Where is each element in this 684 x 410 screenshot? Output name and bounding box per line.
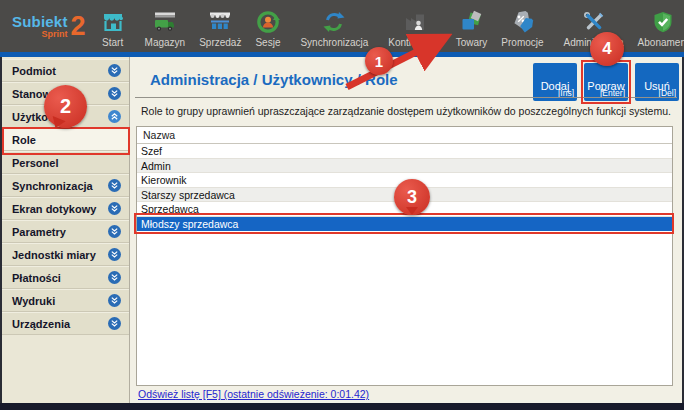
header-divider — [135, 97, 677, 98]
chevron-down-icon[interactable] — [108, 248, 121, 261]
toolbar-item-label: Magazyn — [145, 37, 186, 48]
sidebar-item-podmiot[interactable]: Podmiot — [2, 59, 129, 82]
sidebar-item-urzadzenia[interactable]: Urządzenia — [2, 312, 129, 335]
sidebar-item-parametry[interactable]: Parametry — [2, 220, 129, 243]
roles-table: Nazwa Szef Admin Kierownik Starszy sprze… — [136, 126, 673, 386]
annotation-number: 1 — [375, 53, 383, 70]
logo-sprint: Sprint — [42, 30, 68, 39]
add-button[interactable]: Dodaj [Ins] — [533, 63, 577, 101]
toolbar-item-label: Start — [102, 37, 123, 48]
chevron-down-icon[interactable] — [108, 179, 121, 192]
chevron-down-icon[interactable] — [108, 271, 121, 284]
market-stall-icon — [207, 8, 233, 35]
sidebar-item-label: Synchronizacja — [12, 180, 93, 192]
sidebar-item-personel[interactable]: Personel — [2, 151, 129, 174]
toolbar-item-label: Towary — [456, 37, 488, 48]
chevron-down-icon[interactable] — [108, 202, 121, 215]
sidebar-item-label: Urządzenia — [12, 318, 70, 330]
table-row[interactable]: Szef — [137, 144, 672, 159]
edit-button[interactable]: Popraw [Enter] — [584, 63, 628, 101]
chevron-down-icon[interactable] — [108, 64, 121, 77]
price-tags-icon — [510, 8, 534, 35]
table-row[interactable]: Admin — [137, 159, 672, 174]
sidebar-item-jednostki-miary[interactable]: Jednostki miary — [2, 243, 129, 266]
chevron-down-icon[interactable] — [108, 294, 121, 307]
sidebar-item-platnosci[interactable]: Płatności — [2, 266, 129, 289]
annotation-number: 2 — [60, 95, 71, 118]
main-content: Administracja / Użytkownicy / Role Dodaj… — [130, 57, 682, 403]
page-description: Role to grupy uprawnień upraszczające za… — [141, 105, 671, 117]
toolbar-item-label: Abonament — [638, 37, 684, 48]
annotation-number: 3 — [407, 187, 417, 208]
toolbar-item-magazyn[interactable]: Magazyn — [138, 0, 193, 52]
table-row-selected[interactable]: Młodszy sprzedawca — [137, 217, 672, 232]
sidebar-item-label: Role — [12, 134, 36, 146]
user-session-icon — [256, 8, 280, 35]
goods-boxes-icon — [459, 8, 483, 35]
app-logo: Subiekt Sprint 2 — [0, 0, 94, 52]
toolbar-item-label: Promocje — [501, 37, 543, 48]
sidebar-item-label: Personel — [12, 157, 58, 169]
chevron-down-icon[interactable] — [108, 225, 121, 238]
toolbar-item-sesje[interactable]: Sesje — [248, 0, 287, 52]
chevron-up-icon[interactable] — [108, 110, 121, 123]
annotation-step-2: 2 — [44, 85, 87, 128]
shield-check-icon — [651, 8, 675, 35]
sidebar-item-role[interactable]: Role — [2, 128, 129, 151]
annotation-step-1: 1 — [365, 47, 393, 75]
refresh-list-link[interactable]: Odśwież listę [F5] (ostatnie odświeżenie… — [138, 388, 369, 400]
annotation-number: 4 — [602, 39, 611, 59]
storefront-icon — [101, 8, 125, 35]
chevron-down-icon[interactable] — [108, 87, 121, 100]
crossed-tools-icon — [582, 8, 606, 35]
sidebar-item-wydruki[interactable]: Wydruki — [2, 289, 129, 312]
delete-button[interactable]: Usuń [Del] — [635, 63, 679, 101]
logo-2: 2 — [71, 13, 86, 40]
annotation-pointer — [406, 207, 418, 221]
sidebar-item-label: Płatności — [12, 272, 61, 284]
toolbar-item-start[interactable]: Start — [94, 0, 132, 52]
logo-subiekt: Subiekt — [12, 14, 68, 29]
toolbar-item-promocje[interactable]: Promocje — [494, 0, 550, 52]
sidebar-item-label: Podmiot — [12, 65, 56, 77]
table-header-nazwa[interactable]: Nazwa — [137, 127, 672, 144]
sidebar-item-label: Parametry — [12, 226, 66, 238]
chevron-down-icon[interactable] — [108, 317, 121, 330]
window-edge-bottom — [0, 403, 684, 410]
sidebar-item-ekran-dotykowy[interactable]: Ekran dotykowy — [2, 197, 129, 220]
sidebar-item-label: Ekran dotykowy — [12, 203, 96, 215]
toolbar-item-abonament[interactable]: Abonament — [631, 0, 684, 52]
app-window: Subiekt Sprint 2 Start Magazyn Sprzedaż — [0, 0, 684, 410]
annotation-step-4: 4 — [590, 32, 624, 66]
action-buttons: Dodaj [Ins] Popraw [Enter] Usuń [Del] — [533, 63, 679, 101]
warehouse-truck-icon — [152, 8, 178, 35]
toolbar-item-label: Sprzedaż — [199, 37, 241, 48]
sidebar-item-label: Wydruki — [12, 295, 55, 307]
toolbar-item-sprzedaz[interactable]: Sprzedaż — [192, 0, 248, 52]
annotation-step-3: 3 — [394, 179, 430, 215]
toolbar-item-label: Sesje — [255, 37, 280, 48]
annotation-arrow-1 — [338, 28, 456, 94]
sidebar-item-label: Jednostki miary — [12, 249, 96, 261]
sidebar-item-synchronizacja[interactable]: Synchronizacja — [2, 174, 129, 197]
